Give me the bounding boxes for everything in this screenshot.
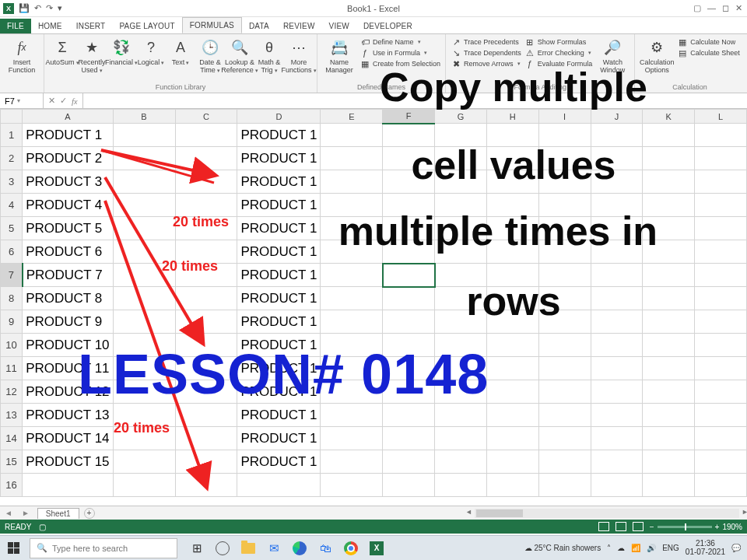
fnlib-date-button[interactable]: 🕒Date & Time — [197, 36, 223, 75]
use-in-formula-button[interactable]: ƒUse in Formula — [359, 48, 440, 58]
new-sheet-button[interactable]: + — [84, 508, 95, 519]
cell-K8[interactable] — [643, 287, 695, 310]
cell-I11[interactable] — [538, 357, 591, 380]
col-header-I[interactable]: I — [538, 110, 591, 124]
cell-D3[interactable]: PRODUCT 1 — [237, 170, 321, 194]
cell-E11[interactable] — [321, 357, 383, 380]
cell-H1[interactable] — [486, 124, 538, 147]
tab-file[interactable]: FILE — [0, 19, 31, 33]
cell-I6[interactable] — [538, 240, 591, 264]
tray-chevron-icon[interactable]: ˄ — [607, 544, 611, 552]
row-header-5[interactable]: 5 — [1, 217, 23, 240]
store-icon[interactable]: 🛍 — [314, 537, 337, 560]
cell-B10[interactable] — [113, 334, 175, 357]
cell-A6[interactable]: PRODUCT 6 — [23, 240, 113, 264]
maximize-icon[interactable]: ◻ — [722, 3, 729, 13]
row-header-8[interactable]: 8 — [1, 287, 23, 310]
sheet-nav-prev-icon[interactable]: ◄ — [0, 509, 17, 517]
row-header-7[interactable]: 7 — [1, 264, 23, 287]
qat-undo-icon[interactable]: ↶ — [34, 3, 41, 13]
cell-B1[interactable] — [113, 124, 175, 147]
cell-F14[interactable] — [383, 427, 435, 450]
cell-A3[interactable]: PRODUCT 3 — [23, 170, 113, 194]
col-header-C[interactable]: C — [175, 110, 237, 124]
cell-B9[interactable] — [113, 310, 175, 334]
name-box[interactable]: F7 ▾ — [0, 93, 44, 108]
cell-G9[interactable] — [435, 310, 487, 334]
row-header-6[interactable]: 6 — [1, 240, 23, 264]
cell-A11[interactable]: PRODUCT 11 — [23, 357, 113, 380]
cell-F4[interactable] — [383, 194, 435, 217]
chrome-icon[interactable] — [339, 537, 363, 560]
cell-E14[interactable] — [321, 427, 383, 450]
cell-A2[interactable]: PRODUCT 2 — [23, 147, 113, 170]
cell-D16[interactable] — [237, 474, 321, 497]
cell-I1[interactable] — [538, 124, 591, 147]
cell-F16[interactable] — [383, 474, 435, 497]
cell-K7[interactable] — [643, 264, 695, 287]
tab-review[interactable]: REVIEW — [276, 19, 322, 33]
cell-C10[interactable] — [175, 334, 237, 357]
cell-J9[interactable] — [591, 310, 643, 334]
cell-J5[interactable] — [591, 217, 643, 240]
fnlib-autosum-button[interactable]: ΣAutoSum — [49, 36, 75, 67]
cell-D9[interactable]: PRODUCT 1 — [237, 310, 321, 334]
cell-F15[interactable] — [383, 450, 435, 474]
view-page-layout-icon[interactable] — [615, 522, 626, 531]
cell-C4[interactable] — [175, 194, 237, 217]
cell-E7[interactable] — [321, 264, 383, 287]
create-from-selection-button[interactable]: ▦Create from Selection — [359, 59, 440, 68]
cell-C14[interactable] — [175, 427, 237, 450]
fnlib-recently-button[interactable]: ★Recently Used — [79, 36, 105, 75]
cell-J13[interactable] — [591, 404, 643, 427]
cell-G10[interactable] — [435, 334, 487, 357]
cell-L15[interactable] — [695, 450, 747, 474]
trace-precedents-button[interactable]: ↗Trace Precedents — [451, 37, 521, 47]
cell-C7[interactable] — [175, 264, 237, 287]
cell-E15[interactable] — [321, 450, 383, 474]
tab-view[interactable]: VIEW — [322, 19, 356, 33]
cell-C6[interactable] — [175, 240, 237, 264]
col-header-A[interactable]: A — [23, 110, 113, 124]
cell-J1[interactable] — [591, 124, 643, 147]
trace-dependents-button[interactable]: ↘Trace Dependents — [451, 48, 521, 58]
cortana-icon[interactable] — [211, 537, 234, 560]
cell-I8[interactable] — [538, 287, 591, 310]
cell-F2[interactable] — [383, 147, 435, 170]
cell-C2[interactable] — [175, 147, 237, 170]
excel-taskbar-icon[interactable]: X — [365, 537, 388, 560]
cell-G5[interactable] — [435, 217, 487, 240]
cell-J15[interactable] — [591, 450, 643, 474]
tab-home[interactable]: HOME — [31, 19, 69, 33]
cell-L8[interactable] — [695, 287, 747, 310]
row-header-1[interactable]: 1 — [1, 124, 23, 147]
row-header-10[interactable]: 10 — [1, 334, 23, 357]
zoom-out-icon[interactable]: − — [650, 523, 654, 531]
cell-E6[interactable] — [321, 240, 383, 264]
cell-B13[interactable] — [113, 404, 175, 427]
tray-network-icon[interactable]: 📶 — [631, 544, 640, 552]
cell-K3[interactable] — [643, 170, 695, 194]
row-header-13[interactable]: 13 — [1, 404, 23, 427]
show-formulas-button[interactable]: ⊞Show Formulas — [524, 37, 593, 47]
cell-F10[interactable] — [383, 334, 435, 357]
tray-volume-icon[interactable]: 🔊 — [647, 544, 656, 552]
cell-E3[interactable] — [321, 170, 383, 194]
cell-L12[interactable] — [695, 380, 747, 404]
cell-J6[interactable] — [591, 240, 643, 264]
cell-B6[interactable] — [113, 240, 175, 264]
view-page-break-icon[interactable] — [633, 522, 644, 531]
cell-I4[interactable] — [538, 194, 591, 217]
cell-G6[interactable] — [435, 240, 487, 264]
cell-C9[interactable] — [175, 310, 237, 334]
cell-J2[interactable] — [591, 147, 643, 170]
row-header-15[interactable]: 15 — [1, 450, 23, 474]
cell-B16[interactable] — [113, 474, 175, 497]
cell-B11[interactable] — [113, 357, 175, 380]
cell-D8[interactable]: PRODUCT 1 — [237, 287, 321, 310]
cell-G4[interactable] — [435, 194, 487, 217]
cell-K16[interactable] — [643, 474, 695, 497]
cell-J16[interactable] — [591, 474, 643, 497]
row-header-12[interactable]: 12 — [1, 380, 23, 404]
cell-I5[interactable] — [538, 217, 591, 240]
